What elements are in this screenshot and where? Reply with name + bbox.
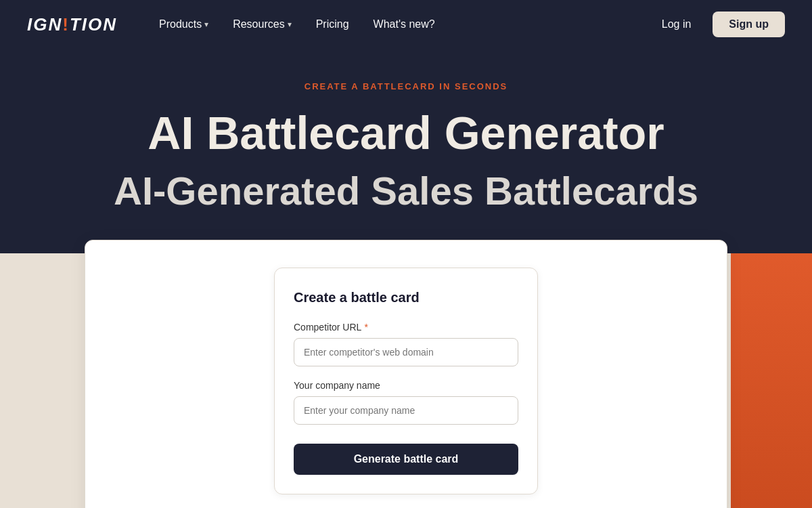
navbar: IGN!TION Products ▾ Resources ▾ Pricing … (0, 0, 812, 49)
competitor-url-group: Competitor URL * (294, 322, 518, 366)
company-name-input[interactable] (294, 396, 518, 425)
generate-button[interactable]: Generate battle card (294, 444, 518, 475)
hero-tag: CREATE A BATTLECARD IN SECONDS (27, 81, 785, 91)
login-button[interactable]: Log in (651, 13, 702, 36)
hero-subtitle: AI-Generated Sales Battlecards (27, 169, 785, 213)
nav-resources[interactable]: Resources ▾ (223, 13, 300, 36)
required-indicator: * (364, 322, 367, 333)
form-card: Create a battle card Competitor URL * Yo… (274, 268, 538, 494)
nav-whats-new[interactable]: What's new? (364, 13, 445, 36)
nav-items: Products ▾ Resources ▾ Pricing What's ne… (150, 13, 651, 36)
orange-panel (731, 253, 812, 508)
competitor-url-label: Competitor URL * (294, 322, 518, 333)
chevron-down-icon: ▾ (288, 20, 292, 29)
nav-right: Log in Sign up (651, 12, 785, 37)
competitor-url-input[interactable] (294, 338, 518, 366)
card-wrapper: Create a battle card Competitor URL * Yo… (85, 240, 727, 508)
nav-resources-label: Resources (233, 18, 284, 30)
content-area: Create a battle card Competitor URL * Yo… (0, 253, 812, 508)
nav-whats-new-label: What's new? (374, 18, 435, 30)
nav-products[interactable]: Products ▾ (150, 13, 218, 36)
nav-products-label: Products (159, 18, 202, 30)
company-name-label: Your company name (294, 380, 518, 391)
form-title: Create a battle card (294, 290, 518, 305)
logo-text: IGN!TION (27, 14, 117, 35)
nav-pricing[interactable]: Pricing (307, 13, 359, 36)
signup-button[interactable]: Sign up (713, 12, 785, 37)
company-name-group: Your company name (294, 380, 518, 425)
chevron-down-icon: ▾ (204, 20, 208, 29)
hero-title: AI Battlecard Generator (27, 108, 785, 158)
logo[interactable]: IGN!TION (27, 14, 117, 35)
nav-pricing-label: Pricing (316, 18, 349, 30)
hero-section: CREATE A BATTLECARD IN SECONDS AI Battle… (0, 49, 812, 253)
